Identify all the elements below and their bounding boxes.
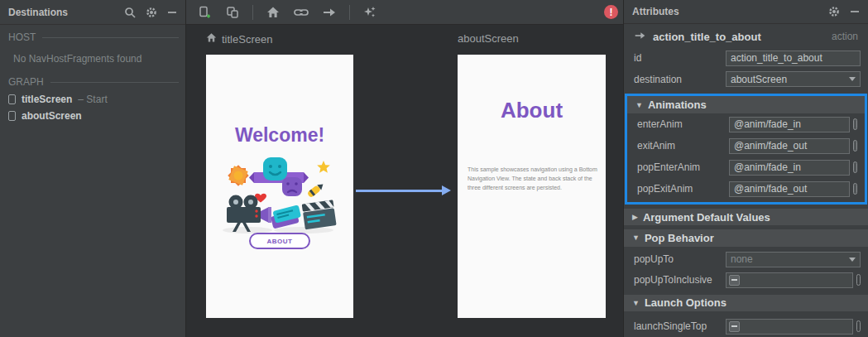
animations-section-header[interactable]: ▼ Animations <box>627 96 865 113</box>
destination-item-titlescreen[interactable]: titleScreen – Start <box>0 91 185 108</box>
deep-link-icon[interactable] <box>293 4 309 21</box>
screen-name: aboutScreen <box>458 32 519 45</box>
pick-resource-icon[interactable] <box>856 274 861 286</box>
enteranim-input[interactable]: @anim/fade_in <box>729 117 850 132</box>
animations-highlight-box: ▼ Animations enterAnim @anim/fade_in exi… <box>625 94 867 205</box>
attr-label: enterAnim <box>637 118 729 130</box>
destination-start-suffix: – Start <box>78 94 107 105</box>
destination-name: aboutScreen <box>22 110 82 122</box>
minimize-icon[interactable] <box>850 7 860 17</box>
section-title: Pop Behavior <box>645 232 714 244</box>
chevron-down-icon <box>845 253 860 267</box>
about-heading: About <box>458 98 606 123</box>
attr-label: popEnterAnim <box>637 161 729 173</box>
selected-action-name: action_title_to_about <box>653 31 825 43</box>
nav-editor-toolbar: ! <box>186 0 623 25</box>
enteranim-row: enterAnim @anim/fade_in <box>627 113 865 135</box>
action-arrow-head <box>442 185 451 195</box>
start-destination-home-icon <box>206 32 217 46</box>
error-badge[interactable]: ! <box>604 5 618 19</box>
minimize-icon[interactable] <box>167 7 177 17</box>
popupto-label: popUpTo <box>634 253 726 265</box>
aboutscreen-preview[interactable]: About This sample showcases navigation u… <box>458 55 606 318</box>
screen-name: titleScreen <box>222 33 272 46</box>
collapse-triangle-icon: ▶ <box>632 213 638 221</box>
search-icon[interactable] <box>124 7 136 18</box>
indeterminate-checkbox-icon[interactable] <box>729 275 740 286</box>
popenteranim-row: popEnterAnim @anim/fade_in <box>627 156 865 178</box>
pick-resource-icon[interactable] <box>856 320 861 332</box>
destination-name: titleScreen <box>22 94 72 105</box>
destination-label: destination <box>634 74 726 85</box>
aboutscreen-label[interactable]: aboutScreen <box>458 32 519 45</box>
gear-icon[interactable] <box>146 7 157 18</box>
section-title: Argument Default Values <box>643 211 770 224</box>
selected-action-type: action <box>832 31 858 42</box>
attributes-title: Attributes <box>632 6 828 17</box>
destinations-header: Destinations <box>0 0 185 25</box>
launchsingletop-field[interactable] <box>726 319 853 335</box>
collapse-triangle-icon: ▼ <box>632 233 640 242</box>
about-button-preview: ABOUT <box>249 233 310 249</box>
titlescreen-preview[interactable]: Welcome! <box>206 55 353 318</box>
design-surface[interactable]: titleScreen aboutScreen Welcome! <box>186 25 623 337</box>
toolbar-separator <box>349 5 350 20</box>
section-title: Launch Options <box>645 296 727 309</box>
host-empty-text: No NavHostFragments found <box>0 46 185 70</box>
destinations-panel: Destinations HOST No NavHostFragments fo… <box>0 0 186 337</box>
popupto-row: popUpTo none <box>624 249 868 270</box>
gear-icon[interactable] <box>828 6 840 17</box>
launchsingletop-row: launchSingleTop <box>624 316 868 337</box>
assign-start-icon[interactable] <box>265 4 281 21</box>
selected-action-row: action_title_to_about action <box>624 24 868 48</box>
graph-label: GRAPH <box>8 76 44 88</box>
id-label: id <box>634 52 726 64</box>
media-illustration <box>218 151 342 238</box>
attr-label: exitAnim <box>637 140 729 152</box>
nested-graph-icon[interactable] <box>224 4 241 21</box>
collapse-triangle-icon: ▼ <box>632 299 640 307</box>
pop-behavior-section-header[interactable]: ▼ Pop Behavior <box>624 229 868 246</box>
popupto-dropdown[interactable]: none <box>726 252 861 267</box>
graph-group-header: GRAPH <box>0 70 185 91</box>
indeterminate-checkbox-icon[interactable] <box>729 321 740 332</box>
attr-label: popExitAnim <box>637 183 729 195</box>
pick-resource-icon[interactable] <box>853 140 857 152</box>
destinations-title: Destinations <box>8 7 124 18</box>
popexitanim-row: popExitAnim @anim/fade_out <box>627 178 865 200</box>
about-body-text: This sample showcases navigation using a… <box>468 166 598 193</box>
argument-defaults-section-header[interactable]: ▶ Argument Default Values <box>624 209 868 225</box>
destination-value: aboutScreen <box>731 74 845 85</box>
popexitanim-input[interactable]: @anim/fade_out <box>729 181 850 197</box>
fragment-icon <box>8 94 16 104</box>
exitanim-input[interactable]: @anim/fade_out <box>729 138 850 154</box>
launch-options-section-header[interactable]: ▼ Launch Options <box>624 295 868 311</box>
launchsingletop-label: launchSingleTop <box>634 320 726 332</box>
pick-resource-icon[interactable] <box>853 183 857 195</box>
attributes-panel: Attributes action_title_to_about action … <box>623 0 868 337</box>
new-destination-icon[interactable] <box>196 4 213 21</box>
id-input[interactable]: action_title_to_about <box>726 51 861 66</box>
toolbar-separator <box>252 5 253 20</box>
action-arrow-shaft <box>356 190 442 192</box>
divider <box>50 82 179 83</box>
popuptoinclusive-field[interactable] <box>726 272 853 288</box>
exitanim-row: exitAnim @anim/fade_out <box>627 135 865 156</box>
popupto-value: none <box>731 253 845 265</box>
popenteranim-input[interactable]: @anim/fade_in <box>729 160 850 176</box>
collapse-triangle-icon: ▼ <box>635 101 643 109</box>
titlescreen-label[interactable]: titleScreen <box>206 32 272 46</box>
host-group-header: HOST <box>0 25 185 46</box>
pick-resource-icon[interactable] <box>853 118 857 130</box>
action-arrow[interactable] <box>356 185 451 195</box>
divider <box>42 37 179 38</box>
host-label: HOST <box>8 31 36 43</box>
destination-item-aboutscreen[interactable]: aboutScreen <box>0 108 185 124</box>
add-action-icon[interactable] <box>321 4 338 21</box>
auto-arrange-icon[interactable] <box>362 4 378 21</box>
destination-dropdown[interactable]: aboutScreen <box>726 71 861 87</box>
destination-row: destination aboutScreen <box>624 69 868 89</box>
pick-resource-icon[interactable] <box>853 161 857 173</box>
welcome-heading: Welcome! <box>206 124 353 147</box>
id-row: id action_title_to_about <box>624 48 868 69</box>
